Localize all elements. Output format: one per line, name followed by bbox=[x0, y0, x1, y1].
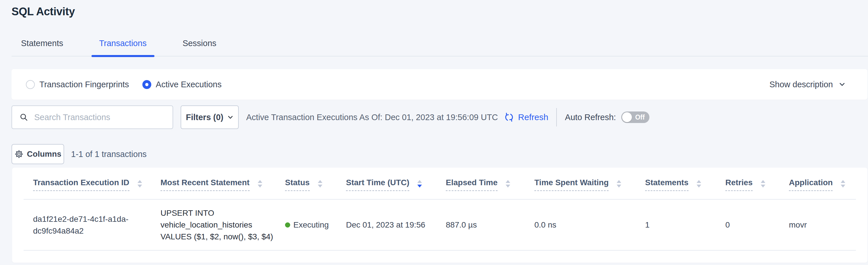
tab-bar: Statements Transactions Sessions bbox=[11, 38, 868, 56]
sort-arrows-desc-icon bbox=[417, 180, 422, 187]
search-icon bbox=[19, 113, 29, 122]
refresh-label: Refresh bbox=[518, 112, 548, 122]
tab-statements[interactable]: Statements bbox=[13, 38, 71, 56]
radio-transaction-fingerprints[interactable]: Transaction Fingerprints bbox=[26, 80, 129, 89]
refresh-icon bbox=[504, 112, 515, 123]
auto-refresh-toggle[interactable]: Off bbox=[621, 111, 649, 123]
sort-arrows-icon bbox=[696, 180, 701, 187]
filters-button-label: Filters (0) bbox=[186, 113, 223, 122]
sort-arrows-icon bbox=[137, 180, 142, 187]
sort-arrows-icon bbox=[258, 180, 262, 187]
active-tab-underline bbox=[91, 55, 154, 57]
column-header-statements[interactable]: Statements bbox=[645, 178, 725, 199]
view-mode-panel: Transaction Fingerprints Active Executio… bbox=[11, 69, 867, 100]
toolbar: Filters (0) Active Transaction Execution… bbox=[11, 105, 868, 129]
search-box bbox=[11, 105, 173, 129]
columns-button-label: Columns bbox=[27, 150, 62, 159]
cell-transaction-execution-id: da1f21e2-de71-4c1f-a1da-dc9fc94a84a2 bbox=[24, 213, 160, 237]
show-description-label: Show description bbox=[769, 80, 833, 89]
column-header-transaction-execution-id[interactable]: Transaction Execution ID bbox=[24, 178, 160, 199]
cell-time-spent-waiting: 0.0 ns bbox=[534, 219, 645, 231]
toggle-state-label: Off bbox=[635, 113, 645, 121]
cell-application: movr bbox=[789, 219, 856, 231]
auto-refresh-label: Auto Refresh: bbox=[565, 113, 616, 122]
sort-arrows-icon bbox=[841, 180, 845, 187]
tab-sessions[interactable]: Sessions bbox=[175, 38, 224, 56]
radio-transaction-fingerprints-label: Transaction Fingerprints bbox=[39, 80, 129, 89]
status-badge: Executing bbox=[285, 219, 346, 231]
sort-arrows-icon bbox=[506, 180, 510, 187]
tab-transactions-label: Transactions bbox=[99, 38, 147, 48]
search-input[interactable] bbox=[34, 113, 167, 122]
show-description-button[interactable]: Show description bbox=[769, 80, 846, 89]
sort-arrows-icon bbox=[761, 180, 765, 187]
cell-most-recent-statement: UPSERT INTO vehicle_location_histories V… bbox=[160, 207, 285, 242]
cell-start-time: Dec 01, 2023 at 19:56 bbox=[346, 219, 446, 231]
column-header-start-time[interactable]: Start Time (UTC) bbox=[346, 178, 446, 199]
view-mode-radio-group: Transaction Fingerprints Active Executio… bbox=[26, 80, 222, 89]
chevron-down-icon bbox=[838, 80, 846, 88]
column-header-retries[interactable]: Retries bbox=[725, 178, 789, 199]
sort-arrows-icon bbox=[617, 180, 621, 187]
column-header-status[interactable]: Status bbox=[285, 178, 346, 199]
radio-active-executions[interactable]: Active Executions bbox=[143, 80, 222, 89]
results-bar: Columns 1-1 of 1 transactions bbox=[11, 144, 868, 164]
transactions-table: Transaction Execution ID Most Recent Sta… bbox=[12, 168, 867, 263]
radio-dot bbox=[145, 83, 148, 86]
tab-transactions[interactable]: Transactions bbox=[91, 38, 154, 56]
column-header-elapsed-time[interactable]: Elapsed Time bbox=[446, 178, 534, 199]
column-header-application[interactable]: Application bbox=[789, 178, 856, 199]
radio-selected-icon bbox=[143, 80, 151, 89]
radio-active-executions-label: Active Executions bbox=[156, 80, 222, 89]
cell-status: Executing bbox=[285, 219, 346, 231]
status-dot-icon bbox=[285, 222, 290, 228]
column-header-most-recent-statement[interactable]: Most Recent Statement bbox=[160, 178, 285, 199]
refresh-button[interactable]: Refresh bbox=[504, 112, 548, 123]
column-header-time-spent-waiting[interactable]: Time Spent Waiting bbox=[534, 178, 645, 199]
cell-elapsed-time: 887.0 µs bbox=[446, 219, 534, 231]
table-row: da1f21e2-de71-4c1f-a1da-dc9fc94a84a2 UPS… bbox=[24, 200, 856, 250]
sort-arrows-icon bbox=[318, 180, 322, 187]
columns-button[interactable]: Columns bbox=[11, 144, 64, 164]
status-label: Executing bbox=[293, 219, 329, 231]
gear-icon bbox=[14, 150, 24, 159]
toolbar-divider bbox=[556, 108, 557, 127]
toggle-knob bbox=[622, 112, 632, 122]
as-of-timestamp: Active Transaction Executions As Of: Dec… bbox=[246, 113, 498, 122]
chevron-down-icon bbox=[227, 114, 234, 121]
table-header-row: Transaction Execution ID Most Recent Sta… bbox=[24, 168, 856, 200]
radio-unselected-icon bbox=[26, 80, 35, 89]
cell-statements: 1 bbox=[645, 219, 725, 231]
filters-button[interactable]: Filters (0) bbox=[181, 105, 239, 129]
results-count: 1-1 of 1 transactions bbox=[71, 150, 147, 159]
page-title: SQL Activity bbox=[11, 5, 868, 18]
cell-retries: 0 bbox=[725, 219, 789, 231]
